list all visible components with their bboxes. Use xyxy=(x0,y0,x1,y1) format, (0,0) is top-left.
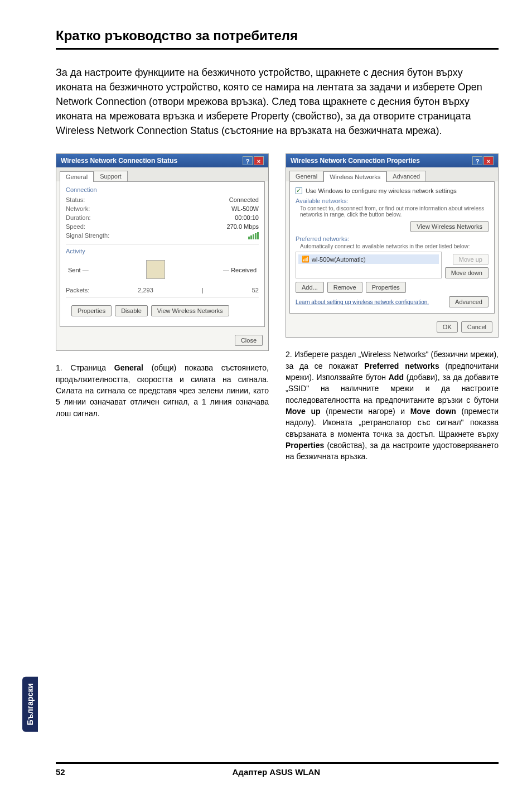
status-value: Connected xyxy=(229,196,259,203)
network-label: Network: xyxy=(66,205,90,212)
left-caption: 1. Страница General (общи) показва състо… xyxy=(56,362,269,418)
packets-label: Packets: xyxy=(66,287,89,293)
titlebar: Wireless Network Connection Properties ?… xyxy=(286,154,498,167)
tab-support[interactable]: Support xyxy=(94,171,128,181)
order-buttons: Move up Move down xyxy=(445,254,489,278)
connection-group-label: Connection xyxy=(66,186,259,193)
tab-advanced[interactable]: Advanced xyxy=(386,171,426,181)
preferred-networks-label: Preferred networks: xyxy=(296,235,489,242)
received-label: — Received xyxy=(223,267,257,273)
packets-received: 52 xyxy=(252,287,259,293)
view-wireless-button[interactable]: View Wireless Networks xyxy=(410,221,489,232)
footer-title: Адаптер ASUS WLAN xyxy=(233,767,321,777)
signal-row: Signal Strength: xyxy=(66,231,259,240)
divider xyxy=(66,244,259,244)
disable-button[interactable]: Disable xyxy=(115,305,148,316)
speed-row: Speed: 270.0 Mbps xyxy=(66,222,259,231)
remove-button[interactable]: Remove xyxy=(327,282,362,293)
speed-label: Speed: xyxy=(66,223,85,230)
use-windows-label: Use Windows to configure my wireless net… xyxy=(306,187,457,194)
tab-wireless-networks[interactable]: Wireless Networks xyxy=(323,171,386,182)
close-icon[interactable]: × xyxy=(254,156,264,165)
preferred-networks-list[interactable]: 📶 wl-500w(Automatic) xyxy=(296,252,442,278)
sent-label: Sent — xyxy=(68,267,89,273)
help-icon[interactable]: ? xyxy=(472,156,482,165)
packets-sent: 2,293 xyxy=(138,287,153,293)
button-row: Properties Disable View Wireless Network… xyxy=(66,301,259,321)
status-label: Status: xyxy=(66,196,85,203)
tab-general[interactable]: General xyxy=(60,171,94,182)
close-button[interactable]: Close xyxy=(235,335,263,346)
properties-button[interactable]: Properties xyxy=(71,305,112,316)
advanced-button[interactable]: Advanced xyxy=(449,296,489,307)
available-help-text: To connect to, disconnect from, or find … xyxy=(296,204,489,220)
speed-value: 270.0 Mbps xyxy=(227,223,259,230)
window-buttons: ? × xyxy=(472,156,494,165)
cancel-button[interactable]: Cancel xyxy=(461,321,492,333)
network-row: Network: WL-500W xyxy=(66,204,259,213)
dialog-footer: Close xyxy=(56,330,268,350)
duration-row: Duration: 00:00:10 xyxy=(66,213,259,222)
duration-value: 00:00:10 xyxy=(235,214,259,221)
header-rule xyxy=(56,48,499,50)
two-column-layout: Wireless Network Connection Status ? × G… xyxy=(56,153,499,462)
tab-strip: General Support xyxy=(56,167,268,181)
packets-row: Packets: 2,293 | 52 xyxy=(66,283,259,293)
status-dialog-screenshot: Wireless Network Connection Status ? × G… xyxy=(56,153,269,351)
move-up-button[interactable]: Move up xyxy=(453,254,489,265)
move-down-button[interactable]: Move down xyxy=(445,267,489,278)
learn-link[interactable]: Learn about setting up wireless network … xyxy=(296,299,429,305)
view-row: View Wireless Networks xyxy=(296,220,489,235)
language-side-tab: Български xyxy=(22,677,38,732)
activity-icon xyxy=(146,260,165,280)
list-item[interactable]: 📶 wl-500w(Automatic) xyxy=(298,254,439,264)
activity-group-label: Activity xyxy=(66,248,259,254)
available-networks-label: Available networks: xyxy=(296,198,489,204)
footer-rule xyxy=(56,762,499,764)
checkbox-icon[interactable] xyxy=(296,187,302,194)
close-icon[interactable]: × xyxy=(483,156,494,165)
right-column: Wireless Network Connection Properties ?… xyxy=(286,153,499,462)
dialog-footer: OK Cancel xyxy=(286,317,498,337)
add-button[interactable]: Add... xyxy=(296,282,324,293)
dialog-panel: Use Windows to configure my wireless net… xyxy=(289,181,495,314)
signal-bars-icon xyxy=(248,232,259,239)
intro-paragraph: За да настроите функциите на безжичното … xyxy=(56,65,499,138)
divider xyxy=(66,297,259,297)
window-title: Wireless Network Connection Status xyxy=(61,157,177,165)
properties-button[interactable]: Properties xyxy=(366,282,406,293)
page-footer: 52 Адаптер ASUS WLAN xyxy=(56,762,499,777)
tab-general[interactable]: General xyxy=(289,171,323,181)
window-title: Wireless Network Connection Properties xyxy=(291,157,420,165)
network-value: WL-500W xyxy=(231,205,259,212)
dialog-panel: Connection Status: Connected Network: WL… xyxy=(60,181,265,327)
page-number: 52 xyxy=(56,767,65,777)
page-title: Кратко ръководство за потребителя xyxy=(56,28,499,44)
status-row: Status: Connected xyxy=(66,195,259,204)
properties-dialog-screenshot: Wireless Network Connection Properties ?… xyxy=(286,153,499,338)
preferred-help-text: Automatically connect to available netwo… xyxy=(296,242,489,252)
window-buttons: ? × xyxy=(243,156,264,165)
ok-button[interactable]: OK xyxy=(437,321,458,333)
signal-label: Signal Strength: xyxy=(66,232,109,239)
tab-strip: General Wireless Networks Advanced xyxy=(286,167,498,181)
duration-label: Duration: xyxy=(66,214,91,221)
right-caption: 2. Изберете раздел „Wireless Networks" (… xyxy=(286,349,499,462)
activity-row: Sent — — Received xyxy=(66,257,259,283)
view-networks-button[interactable]: View Wireless Networks xyxy=(151,305,229,316)
left-column: Wireless Network Connection Status ? × G… xyxy=(56,153,269,462)
help-icon[interactable]: ? xyxy=(243,156,253,165)
antenna-icon: 📶 xyxy=(302,256,309,263)
titlebar: Wireless Network Connection Status ? × xyxy=(56,154,268,167)
network-name: wl-500w(Automatic) xyxy=(309,256,436,263)
list-buttons: Add... Remove Properties xyxy=(296,278,489,294)
use-windows-checkbox-row: Use Windows to configure my wireless net… xyxy=(296,186,489,198)
